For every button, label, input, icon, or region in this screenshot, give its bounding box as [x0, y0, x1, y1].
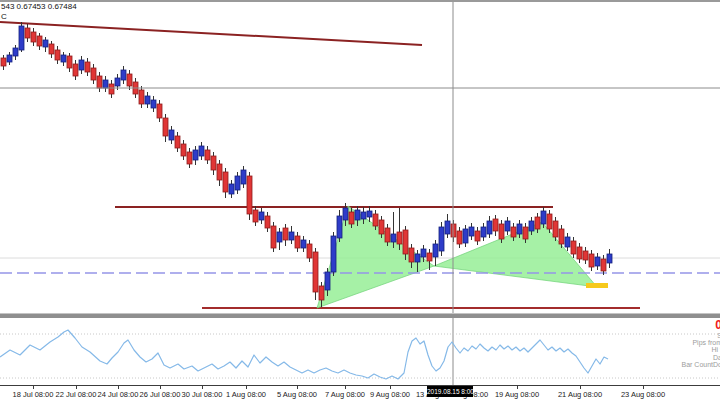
bearish-candle: [205, 150, 210, 160]
bearish-candle: [139, 90, 144, 104]
bullish-candle: [115, 78, 120, 86]
ohlc-line: 543 0.67453 0.67484: [1, 2, 77, 12]
bullish-candle: [43, 40, 48, 47]
bearish-candle: [385, 228, 390, 242]
bearish-candle: [37, 36, 42, 46]
bearish-candle: [25, 28, 30, 38]
bearish-candle: [403, 230, 408, 254]
bullish-candle: [505, 221, 510, 231]
time-axis-label: 1 Aug 08:00: [226, 390, 266, 399]
yellow-highlight-marker: [586, 283, 608, 288]
bullish-candle: [301, 240, 306, 248]
bearish-candle: [577, 247, 582, 259]
bearish-candle: [163, 118, 168, 136]
bearish-candle: [589, 254, 594, 267]
top-border: [0, 0, 720, 2]
bullish-candle: [193, 150, 198, 160]
bearish-candle: [211, 156, 216, 170]
bearish-candle: [427, 253, 432, 261]
bearish-candle: [283, 228, 288, 240]
descending-trendline: [0, 22, 422, 45]
bearish-candle: [499, 224, 504, 239]
bearish-candle: [91, 68, 96, 80]
time-axis-label: 19 Aug 08:00: [495, 390, 539, 399]
bearish-candle: [493, 219, 498, 231]
bullish-candle: [19, 26, 24, 50]
bullish-candle: [121, 70, 126, 80]
ohlc-subline: C: [1, 12, 77, 22]
bearish-candle: [547, 214, 552, 229]
bullish-candle: [463, 229, 468, 243]
indicator-value: 0: [682, 318, 720, 332]
bearish-candle: [535, 217, 540, 229]
bearish-candle: [409, 248, 414, 262]
bullish-candle: [433, 244, 438, 257]
indicator-caption-row: Da: [682, 354, 720, 361]
time-axis-tick: [246, 386, 247, 389]
bullish-candle: [487, 221, 492, 234]
bearish-candle: [511, 227, 516, 237]
indicator-caption-row: Pips from: [682, 339, 720, 346]
indicator-label-block: 0 SPips fromHi tDaBar CountDo: [682, 318, 720, 368]
bearish-candle: [295, 236, 300, 248]
bullish-candle: [343, 208, 348, 220]
bullish-candle: [541, 211, 546, 224]
bearish-candle: [271, 226, 276, 248]
bullish-candle: [289, 232, 294, 240]
bearish-candle: [181, 144, 186, 156]
time-axis-label: 18 Jul 08:00: [13, 390, 54, 399]
bullish-candle: [607, 254, 612, 263]
indicator-caption-row: Hi t: [682, 346, 720, 353]
bullish-candle: [361, 212, 366, 219]
bullish-candle: [391, 234, 396, 242]
bearish-candle: [319, 286, 324, 300]
bullish-candle: [13, 48, 18, 56]
bearish-candle: [373, 214, 378, 226]
bullish-candle: [337, 216, 342, 238]
bearish-candle: [187, 152, 192, 164]
bullish-candle: [355, 210, 360, 220]
bullish-candle: [367, 211, 372, 217]
time-axis-tick: [76, 386, 77, 389]
time-axis-tick: [517, 386, 518, 389]
bearish-candle: [313, 252, 318, 292]
pane-separator-highlight: [0, 313, 720, 314]
crosshair-date-tooltip: 2019.08.15 8:00: [427, 386, 473, 397]
bearish-candle: [31, 32, 36, 42]
bearish-candle: [109, 84, 114, 94]
time-axis-tick: [345, 386, 346, 389]
bearish-candle: [247, 176, 252, 214]
bearish-candle: [73, 64, 78, 76]
bullish-candle: [61, 55, 66, 62]
bullish-candle: [145, 96, 150, 104]
bullish-candle: [169, 130, 174, 140]
chart-canvas[interactable]: [0, 0, 720, 405]
bearish-candle: [85, 62, 90, 72]
bullish-candle: [103, 80, 108, 88]
bearish-candle: [475, 231, 480, 241]
bullish-candle: [79, 60, 84, 70]
bearish-candle: [1, 58, 6, 66]
bearish-candle: [397, 232, 402, 244]
bullish-candle: [517, 224, 522, 234]
time-axis-tick: [33, 386, 34, 389]
time-axis-label: 23 Aug 08:00: [621, 390, 665, 399]
time-axis-tick: [643, 386, 644, 389]
bearish-candle: [307, 244, 312, 258]
indicator-caption-row: Bar CountDo: [682, 361, 720, 368]
bullish-candle: [445, 221, 450, 234]
time-axis-tick: [297, 386, 298, 389]
bearish-candle: [601, 259, 606, 271]
bullish-candle: [415, 254, 420, 262]
time-axis-tick: [580, 386, 581, 389]
bearish-candle: [97, 76, 102, 88]
time-axis-label: 26 Jul 08:00: [140, 390, 181, 399]
symbol-ohlc-info: 543 0.67453 0.67484 C: [1, 2, 77, 22]
bullish-candle: [481, 227, 486, 237]
bearish-candle: [55, 50, 60, 60]
trading-chart-window: 543 0.67453 0.67484 C 18 Jul 08:0022 Jul…: [0, 0, 720, 405]
time-axis-label: 7 Aug 08:00: [325, 390, 365, 399]
time-axis[interactable]: 18 Jul 08:0022 Jul 08:0024 Jul 08:0026 J…: [0, 385, 720, 405]
time-axis-label: 9 Aug 08:00: [370, 390, 410, 399]
bullish-candle: [241, 170, 246, 184]
